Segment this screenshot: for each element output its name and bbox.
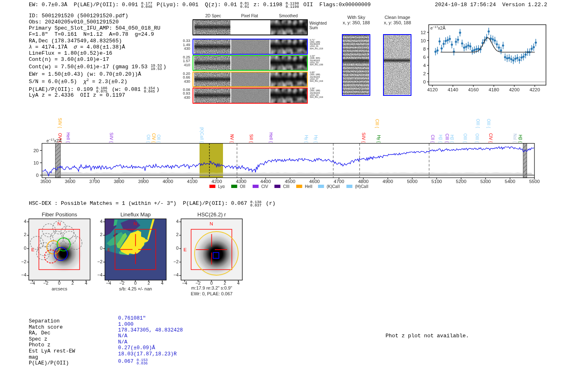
svg-text:NV {: NV { [230,134,234,143]
svg-text:4500: 4500 [285,179,295,184]
svg-text:OII: OII [240,184,245,189]
svg-text:8: 8 [423,46,426,51]
svg-text:N: N [58,221,61,226]
svg-text:10: 10 [420,38,426,43]
svg-text:Hβ {: Hβ { [518,135,523,143]
svg-text:5500: 5500 [529,179,540,184]
svg-text:OII {: OII { [146,135,151,143]
svg-text:SiIV {: SiIV { [361,132,366,143]
svg-text:Hβ {: Hβ { [438,135,443,143]
svg-text:4600: 4600 [309,179,320,184]
svg-text:SiII {: SiII { [249,134,253,143]
svg-text:3900: 3900 [138,179,149,184]
svg-text:HeII {: HeII { [66,132,70,143]
svg-text:4900: 4900 [383,179,393,184]
svg-text:0: 0 [36,173,39,178]
svg-text:CIII {: CIII { [375,119,379,128]
svg-text:4200: 4200 [509,87,520,92]
svg-text:CIV: CIV [261,184,268,189]
svg-text:Hγ {: Hγ { [314,135,318,143]
svg-text:E: E [107,247,111,252]
svg-text:(H)CaII: (H)CaII [355,184,368,189]
svg-text:10: 10 [33,160,39,165]
svg-text:HeII: HeII [305,184,312,189]
svg-text:CIII {: CIII { [445,134,449,143]
svg-text:SiIV {: SiIV { [109,132,114,143]
svg-text:4: 4 [423,63,426,68]
svg-text:20: 20 [33,148,39,153]
svg-text:4160: 4160 [468,87,479,92]
svg-text:OIII {: OIII { [476,119,480,128]
svg-text:Hβ {: Hβ { [450,135,454,143]
svg-text:CII {: CII { [430,135,435,143]
svg-text:6: 6 [423,55,426,60]
svg-text:5300: 5300 [480,179,491,184]
svg-text:SiIV {: SiIV { [58,118,62,128]
svg-text:CIV {: CIV { [488,133,493,143]
svg-text:5100: 5100 [432,179,442,184]
svg-text:4300: 4300 [236,179,246,184]
svg-text:5400: 5400 [505,179,516,184]
svg-text:3800: 3800 [114,179,124,184]
svg-text:5000: 5000 [407,179,418,184]
svg-text:CIV {: CIV { [151,133,156,143]
svg-text:4200: 4200 [211,179,222,184]
svg-text:OII {: OII { [156,135,161,143]
svg-text:3700: 3700 [89,179,100,184]
svg-text:4700: 4700 [334,179,344,184]
svg-text:3500: 3500 [40,179,51,184]
svg-text:4000: 4000 [163,179,173,184]
svg-text:e−17x2Å: e−17x2Å [430,25,446,31]
svg-text:NaI {: NaI { [513,134,517,143]
svg-text:4120: 4120 [427,87,438,92]
svg-text:OIII {: OIII { [475,133,479,143]
svg-text:N: N [210,221,213,226]
svg-text:Hγ {: Hγ { [304,135,309,143]
svg-text:(K)CaII: (K)CaII [327,184,340,189]
svg-text:HeII {: HeII { [269,132,273,143]
svg-text:E: E [31,247,35,252]
svg-text:E: E [183,247,187,252]
svg-text:4800: 4800 [358,179,369,184]
svg-text:4180: 4180 [489,87,499,92]
svg-text:OVI {: OVI { [58,133,62,143]
svg-text:N: N [134,221,137,226]
svg-text:5200: 5200 [456,179,467,184]
svg-text:Lyα: Lyα [218,184,225,189]
svg-text:(K)CaII {: (K)CaII { [200,127,204,143]
svg-text:Hγ {: Hγ { [376,135,381,143]
svg-text:4140: 4140 [448,87,458,92]
svg-text:OIII {: OIII { [463,133,467,143]
svg-text:3600: 3600 [65,179,76,184]
svg-text:2: 2 [423,71,426,76]
svg-text:4220: 4220 [530,87,540,92]
svg-text:4100: 4100 [187,179,198,184]
svg-text:0: 0 [423,79,426,84]
svg-text:4400: 4400 [260,179,271,184]
svg-text:OIII {: OIII { [486,119,491,128]
svg-text:12: 12 [420,30,426,35]
svg-text:CIII: CIII [283,184,290,189]
